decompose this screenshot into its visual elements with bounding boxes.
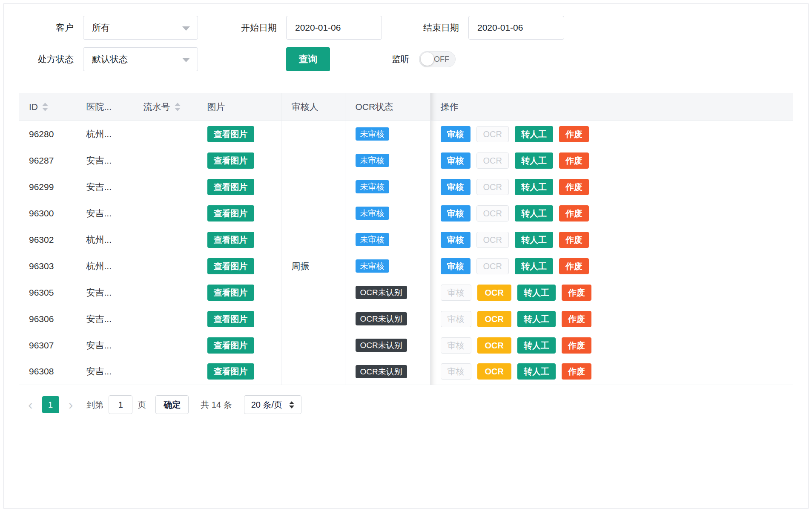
- end-date-input[interactable]: [468, 16, 564, 40]
- customer-select-value: 所有: [92, 22, 110, 34]
- cell-reviewer: [281, 147, 345, 174]
- table-row: 96306安吉...查看图片OCR未认别审核OCR转人工作废: [19, 306, 793, 332]
- ocr-button[interactable]: OCR: [477, 311, 511, 327]
- cell-image: 查看图片: [197, 332, 281, 359]
- ocr-button[interactable]: OCR: [476, 179, 509, 195]
- listen-label: 监听: [392, 53, 410, 65]
- ocr-button[interactable]: OCR: [477, 285, 511, 301]
- goto-page-input[interactable]: [109, 395, 132, 414]
- to-manual-button[interactable]: 转人工: [517, 311, 556, 327]
- review-button[interactable]: 审核: [441, 152, 471, 169]
- invalidate-button[interactable]: 作废: [562, 337, 591, 354]
- ocr-button[interactable]: OCR: [476, 232, 509, 248]
- view-image-button[interactable]: 查看图片: [207, 258, 254, 274]
- review-button[interactable]: 审核: [441, 311, 471, 327]
- cell-serial: [133, 332, 197, 359]
- review-button[interactable]: 审核: [441, 179, 471, 195]
- cell-serial: [133, 174, 197, 200]
- start-date-input[interactable]: [286, 16, 382, 40]
- view-image-button[interactable]: 查看图片: [207, 152, 254, 169]
- updown-arrows-icon: [289, 401, 294, 408]
- ocr-button[interactable]: OCR: [476, 258, 509, 274]
- cell-serial: [133, 359, 197, 385]
- ocr-button[interactable]: OCR: [476, 126, 509, 142]
- invalidate-button[interactable]: 作废: [559, 258, 589, 274]
- page-size-select[interactable]: 20 条/页: [244, 395, 301, 414]
- page-number-button[interactable]: 1: [42, 396, 59, 413]
- data-table: ID 医院... 流水号 图片 审核人 OCR状态 操作: [19, 93, 793, 385]
- cell-serial: [133, 306, 197, 332]
- view-image-button[interactable]: 查看图片: [207, 205, 254, 221]
- cell-reviewer: [281, 121, 345, 147]
- cell-actions: 审核OCR转人工作废: [430, 174, 793, 200]
- ocr-button[interactable]: OCR: [476, 152, 509, 169]
- cell-ocr-status: 未审核: [345, 227, 430, 253]
- cell-reviewer: [281, 306, 345, 332]
- cell-actions: 审核OCR转人工作废: [430, 227, 793, 253]
- confirm-button[interactable]: 确定: [155, 395, 189, 414]
- sort-icon[interactable]: [175, 103, 181, 111]
- next-page-icon[interactable]: ›: [69, 396, 73, 413]
- listen-toggle[interactable]: OFF: [419, 51, 456, 67]
- cell-reviewer: 周振: [281, 253, 345, 279]
- table-row: 96302杭州...查看图片未审核审核OCR转人工作废: [19, 227, 793, 253]
- view-image-button[interactable]: 查看图片: [207, 311, 254, 327]
- pagination-bar: ‹ 1 › 到第 页 确定 共 14 条 20 条/页: [19, 385, 793, 414]
- to-manual-button[interactable]: 转人工: [515, 205, 553, 221]
- cell-image: 查看图片: [197, 121, 281, 147]
- table-row: 96300安吉...查看图片未审核审核OCR转人工作废: [19, 200, 793, 227]
- review-button[interactable]: 审核: [441, 285, 471, 301]
- cell-ocr-status: 未审核: [345, 174, 430, 200]
- status-select[interactable]: 默认状态: [83, 47, 198, 71]
- to-manual-button[interactable]: 转人工: [515, 232, 553, 248]
- invalidate-button[interactable]: 作废: [559, 205, 589, 221]
- ocr-status-badge: OCR未认别: [356, 312, 407, 325]
- ocr-button[interactable]: OCR: [477, 337, 511, 354]
- to-manual-button[interactable]: 转人工: [517, 285, 556, 301]
- sort-icon[interactable]: [42, 103, 48, 111]
- to-manual-button[interactable]: 转人工: [517, 337, 556, 354]
- invalidate-button[interactable]: 作废: [562, 311, 591, 327]
- to-manual-button[interactable]: 转人工: [515, 179, 553, 195]
- prev-page-icon[interactable]: ‹: [28, 396, 33, 413]
- invalidate-button[interactable]: 作废: [559, 232, 589, 248]
- review-button[interactable]: 审核: [441, 363, 471, 380]
- review-button[interactable]: 审核: [441, 205, 471, 221]
- cell-reviewer: [281, 279, 345, 306]
- review-button[interactable]: 审核: [441, 126, 471, 142]
- view-image-button[interactable]: 查看图片: [207, 285, 254, 301]
- table-row: 96305安吉...查看图片OCR未认别审核OCR转人工作废: [19, 279, 793, 306]
- view-image-button[interactable]: 查看图片: [207, 126, 254, 142]
- cell-ocr-status: OCR未认别: [345, 332, 430, 359]
- review-button[interactable]: 审核: [441, 258, 471, 274]
- ocr-button[interactable]: OCR: [476, 205, 509, 221]
- invalidate-button[interactable]: 作废: [559, 179, 589, 195]
- cell-id: 96306: [19, 306, 76, 332]
- ocr-status-badge: OCR未认别: [356, 339, 407, 352]
- ocr-button[interactable]: OCR: [477, 363, 511, 380]
- view-image-button[interactable]: 查看图片: [207, 337, 254, 354]
- cell-serial: [133, 253, 197, 279]
- review-button[interactable]: 审核: [441, 232, 471, 248]
- ocr-status-badge: 未审核: [356, 127, 389, 141]
- view-image-button[interactable]: 查看图片: [207, 232, 254, 248]
- query-button[interactable]: 查询: [286, 47, 330, 71]
- view-image-button[interactable]: 查看图片: [207, 363, 254, 380]
- view-image-button[interactable]: 查看图片: [207, 179, 254, 195]
- invalidate-button[interactable]: 作废: [562, 363, 591, 380]
- review-button[interactable]: 审核: [441, 337, 471, 354]
- cell-hospital: 杭州...: [76, 121, 133, 147]
- cell-image: 查看图片: [197, 227, 281, 253]
- invalidate-button[interactable]: 作废: [559, 152, 589, 169]
- cell-serial: [133, 279, 197, 306]
- to-manual-button[interactable]: 转人工: [517, 363, 556, 380]
- invalidate-button[interactable]: 作废: [559, 126, 589, 142]
- customer-label: 客户: [19, 22, 74, 34]
- customer-select[interactable]: 所有: [83, 16, 198, 40]
- to-manual-button[interactable]: 转人工: [515, 126, 553, 142]
- cell-image: 查看图片: [197, 200, 281, 227]
- invalidate-button[interactable]: 作废: [562, 285, 591, 301]
- to-manual-button[interactable]: 转人工: [515, 258, 553, 274]
- cell-reviewer: [281, 174, 345, 200]
- to-manual-button[interactable]: 转人工: [515, 152, 553, 169]
